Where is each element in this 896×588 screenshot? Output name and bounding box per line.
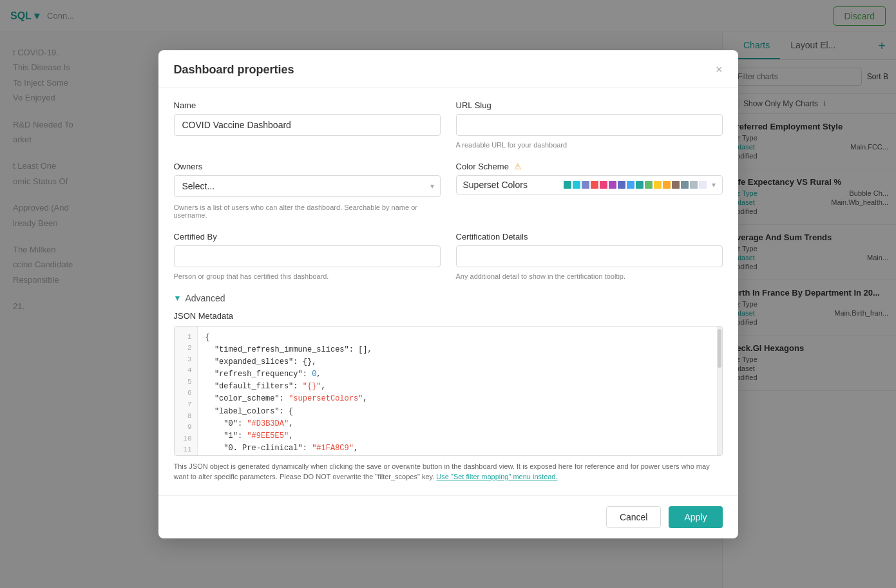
name-label: Name	[174, 100, 441, 110]
json-key: "1"	[205, 432, 238, 441]
color-swatch	[681, 181, 689, 189]
json-note-link[interactable]: Use "Set filter mapping" menu instead.	[436, 473, 557, 480]
json-line: {	[205, 332, 714, 344]
line-number: 2	[175, 343, 197, 354]
certified-by-label: Certified By	[174, 232, 441, 242]
json-string: "#D3B3DA"	[247, 419, 289, 428]
advanced-label: Advanced	[185, 293, 225, 303]
owners-select-wrapper: Select... ▾	[174, 175, 441, 197]
color-swatches	[564, 181, 707, 189]
color-swatch	[600, 181, 607, 189]
json-line: "0. Pre-clinical": "#1FA8C9",	[205, 442, 714, 455]
json-line: "timed_refresh_immune_slices": [],	[205, 344, 714, 356]
color-scheme-chevron-icon: ▾	[712, 180, 716, 189]
modal-body: Name URL Slug A readable URL for your da…	[158, 88, 738, 495]
color-swatch	[591, 181, 598, 189]
json-key: "default_filters"	[205, 382, 294, 391]
json-editor-inner: 1234567891011121314 { "timed_refresh_imm…	[175, 327, 722, 455]
json-plain: : {	[280, 407, 294, 416]
json-line: "expanded_slices": {},	[205, 356, 714, 368]
certified-by-input[interactable]	[174, 245, 441, 267]
line-number: 7	[175, 399, 197, 411]
json-plain: :	[238, 419, 247, 428]
url-slug-label: URL Slug	[456, 100, 723, 110]
line-number: 10	[175, 433, 197, 445]
line-number: 1	[175, 332, 197, 343]
json-line: "1": "#9EE5E5",	[205, 430, 714, 442]
color-scheme-name: Superset Colors	[463, 180, 558, 190]
json-string: "supersetColors"	[289, 394, 363, 403]
color-swatch	[654, 181, 662, 189]
url-slug-helper: A readable URL for your dashboard	[456, 141, 723, 149]
advanced-chevron-icon: ▼	[174, 294, 182, 303]
json-code: { "timed_refresh_immune_slices": [], "ex…	[198, 327, 722, 455]
json-plain: ,	[321, 382, 326, 391]
json-metadata-label: JSON Metadata	[174, 311, 723, 321]
advanced-toggle[interactable]: ▼ Advanced	[174, 293, 723, 303]
certification-details-label: Certification Details	[456, 232, 723, 242]
json-plain: : {},	[293, 357, 316, 366]
json-editor[interactable]: 1234567891011121314 { "timed_refresh_imm…	[174, 326, 723, 456]
dashboard-properties-modal: Dashboard properties × Name URL Slug A r…	[158, 50, 738, 538]
line-number: 4	[175, 365, 197, 377]
json-plain: : [],	[349, 345, 372, 354]
cancel-button[interactable]: Cancel	[606, 506, 662, 528]
apply-button[interactable]: Apply	[669, 506, 722, 528]
json-plain: :	[293, 382, 302, 391]
certified-row: Certified By Person or group that has ce…	[174, 232, 723, 280]
name-input[interactable]	[174, 114, 441, 136]
json-plain: ,	[354, 444, 358, 453]
color-scheme-label: Color Scheme ⚠	[456, 162, 723, 171]
json-line: "0": "#D3B3DA",	[205, 418, 714, 430]
json-plain: ,	[363, 394, 367, 403]
json-string: "#1FA8C9"	[312, 444, 354, 453]
name-group: Name	[174, 100, 441, 149]
json-plain: ,	[289, 419, 293, 428]
json-key: "0"	[205, 419, 238, 428]
line-number: 3	[175, 354, 197, 366]
json-line-numbers: 1234567891011121314	[175, 327, 198, 455]
line-number: 9	[175, 422, 197, 433]
line-number: 11	[175, 444, 197, 455]
color-swatch	[573, 181, 580, 189]
json-string: "{}"	[303, 382, 321, 391]
modal-overlay: Dashboard properties × Name URL Slug A r…	[0, 0, 896, 588]
json-line: "refresh_frequency": 0,	[205, 368, 714, 381]
owners-label: Owners	[174, 162, 441, 171]
color-swatch	[609, 181, 616, 189]
modal-title: Dashboard properties	[174, 63, 294, 77]
color-swatch	[627, 181, 634, 189]
owners-group: Owners Select... ▾ Owners is a list of u…	[174, 162, 441, 219]
json-scrollbar[interactable]	[717, 327, 722, 455]
certification-details-input[interactable]	[456, 245, 723, 267]
line-number: 6	[175, 388, 197, 399]
color-scheme-select[interactable]: Superset Colors ▾	[456, 175, 723, 194]
url-slug-group: URL Slug A readable URL for your dashboa…	[456, 100, 723, 149]
modal-header: Dashboard properties ×	[158, 50, 738, 88]
color-swatch	[645, 181, 653, 189]
json-line: "color_scheme": "supersetColors",	[205, 393, 714, 405]
line-number: 5	[175, 377, 197, 388]
certified-by-helper: Person or group that has certified this …	[174, 272, 441, 280]
certified-by-group: Certified By Person or group that has ce…	[174, 232, 441, 280]
url-slug-input[interactable]	[456, 114, 723, 136]
modal-footer: Cancel Apply	[158, 495, 738, 538]
json-key: "timed_refresh_immune_slices"	[205, 345, 349, 354]
json-key: "0. Pre-clinical"	[205, 444, 303, 453]
color-swatch	[618, 181, 625, 189]
owners-select[interactable]: Select...	[174, 175, 441, 197]
color-swatch	[582, 181, 589, 189]
json-plain: :	[238, 432, 247, 441]
owners-colorscheme-row: Owners Select... ▾ Owners is a list of u…	[174, 162, 723, 219]
close-button[interactable]: ×	[716, 64, 723, 75]
json-key: "label_colors"	[205, 407, 280, 416]
certification-details-group: Certification Details Any additional det…	[456, 232, 723, 280]
json-plain: ,	[316, 370, 321, 379]
color-swatch	[564, 181, 571, 189]
json-line: "label_colors": {	[205, 406, 714, 418]
json-plain: :	[303, 444, 312, 453]
color-swatch	[663, 181, 671, 189]
json-key: "refresh_frequency"	[205, 370, 303, 379]
name-urlslug-row: Name URL Slug A readable URL for your da…	[174, 100, 723, 149]
color-swatch	[672, 181, 680, 189]
